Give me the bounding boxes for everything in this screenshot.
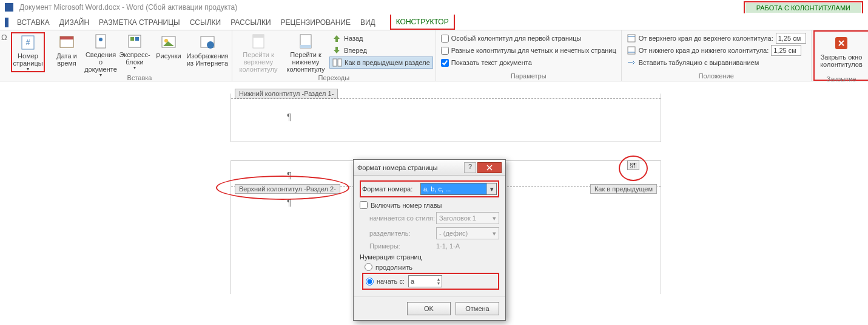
collapsed-group-icon[interactable]: Ω [0,30,8,81]
nav-forward-button[interactable]: Вперед [329,44,433,56]
date-time-button[interactable]: Дата и время [50,32,84,72]
goto-footer-icon [297,33,314,49]
paragraph-mark: ¶ [287,112,292,121]
svg-rect-21 [628,47,635,54]
highlight-oval-1 [216,176,349,200]
link-previous-tag: Как в предыдущем [590,184,657,194]
from-top-spinner[interactable]: 1,25 см [776,33,806,44]
svg-rect-17 [333,59,337,66]
show-doc-checkbox[interactable]: Показать текст документа [439,56,619,69]
file-tab-stub[interactable] [5,18,8,27]
tab-review[interactable]: РЕЦЕНЗИРОВАНИЕ [276,15,355,30]
tab-icon [627,58,636,67]
svg-rect-14 [253,35,264,38]
pictures-icon [160,33,177,50]
svg-rect-7 [130,37,134,41]
from-bottom-label: От нижнего края до нижнего колонтитула: [639,47,769,54]
margin-top-icon [627,33,636,43]
quick-parts-icon [126,33,143,49]
tab-mailings[interactable]: РАССЫЛКИ [226,15,275,30]
link-previous-button[interactable]: Как в предыдущем разделе [329,56,433,69]
diff-first-checkbox[interactable]: Особый колонтитул для первой страницы [439,32,619,44]
dialog-close-button[interactable] [477,162,502,173]
dialog-help-button[interactable]: ? [464,162,476,173]
tab-view[interactable]: ВИД [355,15,380,30]
svg-text:#: # [26,38,30,47]
start-at-spinner[interactable]: a ▴▾ [408,275,442,287]
tab-layout[interactable]: РАЗМЕТКА СТРАНИЦЫ [94,15,185,30]
contextual-tab-group: РАБОТА С КОЛОНТИТУЛАМИ [745,3,861,13]
group-label-position: Положение [622,72,811,81]
dialog-title: Формат номера страницы [357,164,464,171]
svg-rect-19 [628,35,635,42]
diff-odd-even-checkbox[interactable]: Разные колонтитулы для четных и нечетных… [439,44,619,56]
tab-design[interactable]: ДИЗАЙН [55,15,94,30]
from-bottom-spinner[interactable]: 1,25 см [771,45,801,56]
online-pictures-button[interactable]: Изображения из Интернета [186,32,229,72]
pictures-button[interactable]: Рисунки [152,32,186,72]
format-combo[interactable]: a, b, c, ... ▾ [420,183,497,195]
word-logo [5,3,13,12]
page-number-format-dialog: Формат номера страницы ? Формат номера: … [353,159,506,321]
start-at-radio[interactable] [366,278,374,286]
tab-references[interactable]: ССЫЛКИ [185,15,226,30]
footer-section-tag: Нижний колонтитул -Раздел 1- [235,89,338,98]
svg-rect-3 [60,36,73,39]
svg-rect-8 [135,37,139,41]
tab-vstavka[interactable]: ВСТАВКА [12,15,55,30]
margin-bottom-icon [627,46,636,55]
close-header-footer-button[interactable]: Закрыть окно колонтитулов [817,33,866,74]
chevron-down-icon[interactable]: ▾ [486,183,496,194]
goto-header-icon [250,33,267,49]
page-number-icon: # [19,35,36,50]
goto-header-button[interactable]: Перейти к верхнему колонтитулу [235,32,282,72]
separator-combo: - (дефис)▾ [436,227,499,239]
from-top-label: От верхнего края до верхнего колонтитула… [639,35,773,42]
page-number-button[interactable]: # Номер страницы ▾ [11,32,45,72]
tab-constructor[interactable]: КОНСТРУКТОР [391,15,454,29]
svg-rect-16 [300,45,311,48]
svg-point-5 [99,38,103,41]
quick-parts-button[interactable]: Экспресс-блоки▾ [118,32,152,72]
goto-footer-button[interactable]: Перейти к нижнему колонтитулу [282,32,329,72]
svg-point-12 [207,41,214,49]
nav-back-button[interactable]: Назад [329,32,433,44]
section-break-glyph: §¶ [627,160,639,170]
format-label: Формат номера: [362,185,420,193]
arrow-up-icon [332,33,341,43]
doc-info-icon [92,33,109,49]
doc-info-button[interactable]: Сведения о документе▾ [84,32,118,72]
insert-tab-button[interactable]: Вставить табуляцию с выравниванием [624,56,809,69]
numbering-group-label: Нумерация страниц [360,253,499,261]
svg-rect-18 [338,59,341,66]
link-icon [332,58,342,67]
cancel-button[interactable]: Отмена [456,302,499,315]
ok-button[interactable]: OK [407,302,451,315]
continue-radio[interactable] [365,263,372,271]
include-chapter-checkbox[interactable] [360,201,368,209]
calendar-icon [58,33,75,50]
chapter-style-combo: Заголовок 1▾ [436,212,499,224]
online-pictures-icon [199,33,216,50]
close-icon [833,35,850,52]
window-title: Документ Microsoft Word.docx - Word (Сбо… [19,3,744,12]
group-label-options: Параметры [436,72,621,81]
arrow-down-icon [332,46,341,55]
